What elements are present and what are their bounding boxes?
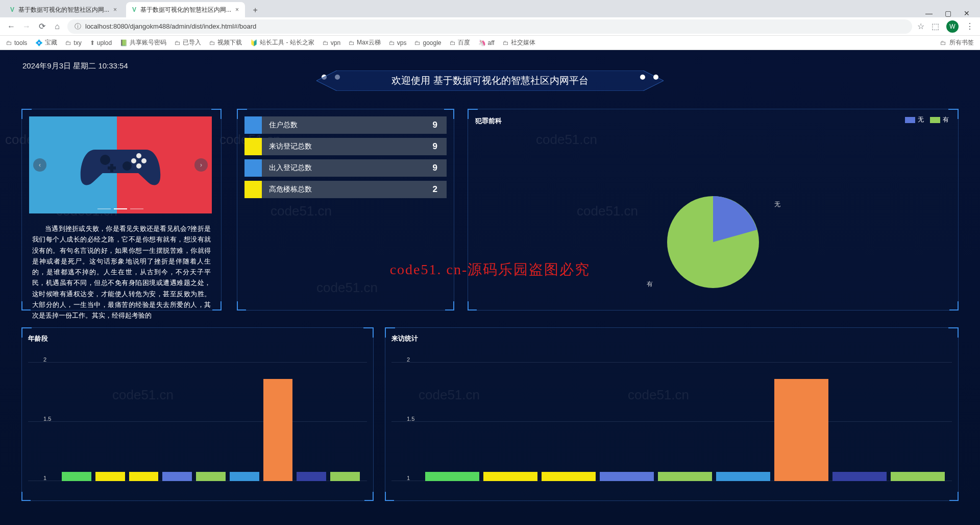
bar <box>196 472 226 481</box>
folder-icon: 🗀 <box>209 39 215 46</box>
browser-window: V 基于数据可视化的智慧社区内网... × V 基于数据可视化的智慧社区内网..… <box>0 0 980 525</box>
folder-icon: 💠 <box>35 39 43 46</box>
bar <box>774 379 828 481</box>
vue-icon: V <box>10 6 14 13</box>
pie-label-no: 无 <box>774 200 780 209</box>
folder-icon: 🗀 <box>6 39 12 46</box>
bar <box>716 472 770 481</box>
tab-title: 基于数据可视化的智慧社区内网... <box>18 6 109 14</box>
folder-icon: 🔰 <box>250 39 258 46</box>
ribbon-dots-right <box>640 75 658 80</box>
svg-rect-8 <box>108 166 116 170</box>
panel-carousel: ‹ › 当遇到挫折或失败，你是看见失败还是看见 <box>21 109 222 311</box>
stat-value: 2 <box>433 184 447 195</box>
bookmark-item[interactable]: 🗀Max云梯 <box>349 38 381 47</box>
address-bar: ← → ⟳ ⌂ ⓘ localhost:8080/djangokm488/adm… <box>0 17 980 36</box>
bookmark-item[interactable]: 💠宝藏 <box>35 38 57 47</box>
panel-bar-age: 年龄段 21.51 <box>21 327 374 501</box>
bookmark-item[interactable]: ⬆uplod <box>90 39 112 46</box>
new-tab-button[interactable]: + <box>248 3 262 17</box>
pie-legend: 无 有 <box>905 115 949 124</box>
bookmark-item[interactable]: 🗀vps <box>389 39 407 46</box>
stat-color-swatch <box>244 138 262 155</box>
stat-row: 来访登记总数 9 <box>244 138 447 155</box>
dashboard: code51.cn code51.cn code51.cn code51.cn … <box>0 50 980 525</box>
folder-icon: 🗀 <box>323 39 329 46</box>
stat-row: 出入登记总数 9 <box>244 159 447 177</box>
folder-icon: 🗀 <box>414 39 421 46</box>
maximize-icon[interactable]: ▢ <box>945 9 951 17</box>
window-controls: — ▢ ✕ <box>925 9 976 17</box>
vue-icon: V <box>132 6 136 13</box>
bookmark-item[interactable]: 🗀百度 <box>450 38 470 47</box>
pie-label-yes: 有 <box>647 280 653 289</box>
minimize-icon[interactable]: — <box>925 9 933 17</box>
panel-bar-visit: 来访统计 21.51 <box>385 327 959 501</box>
svg-point-2 <box>122 161 132 171</box>
bar <box>542 472 596 481</box>
tab-2-active[interactable]: V 基于数据可视化的智慧社区内网... × <box>126 2 245 17</box>
bar <box>483 472 537 481</box>
stat-row: 高危楼栋总数 2 <box>244 181 447 198</box>
carousel-next-icon[interactable]: › <box>194 158 208 172</box>
folder-icon: 🗀 <box>65 39 71 46</box>
panel-pie: 犯罪前科 无 有 无 有 <box>468 109 959 311</box>
menu-icon[interactable]: ⋮ <box>966 21 974 31</box>
bar <box>263 379 293 481</box>
article-text: 当遇到挫折或失败，你是看见失败还是看见机会?挫折是我们每个人成长的必经之路，它不… <box>29 224 214 321</box>
stat-label: 住户总数 <box>262 121 433 130</box>
stat-value: 9 <box>433 163 447 173</box>
url-text: localhost:8080/djangokm488/admin/dist/in… <box>85 22 256 30</box>
stat-color-swatch <box>244 116 262 134</box>
stat-label: 来访登记总数 <box>262 142 433 151</box>
close-icon[interactable]: × <box>113 6 117 13</box>
profile-avatar[interactable]: W <box>946 20 959 33</box>
bookmark-item[interactable]: 🗀txy <box>65 39 81 46</box>
svg-point-5 <box>131 158 136 163</box>
folder-icon: 🗀 <box>349 39 355 46</box>
bookmark-item[interactable]: 🗀视频下载 <box>209 38 242 47</box>
star-icon[interactable]: ☆ <box>917 21 924 31</box>
url-input[interactable]: ⓘ localhost:8080/djangokm488/admin/dist/… <box>67 19 912 34</box>
carousel-indicators[interactable] <box>97 208 143 209</box>
forward-icon[interactable]: → <box>21 22 32 31</box>
folder-icon: ⬆ <box>90 39 95 46</box>
tab-bar: V 基于数据可视化的智慧社区内网... × V 基于数据可视化的智慧社区内网..… <box>0 0 980 17</box>
bar <box>129 472 159 481</box>
back-icon[interactable]: ← <box>6 22 16 31</box>
bookmark-item[interactable]: 🗀google <box>414 39 441 46</box>
carousel-prev-icon[interactable]: ‹ <box>33 158 46 172</box>
svg-point-1 <box>100 155 110 165</box>
bookmark-item[interactable]: 🗀已导入 <box>175 38 201 47</box>
panel-stats: 住户总数 9 来访登记总数 9 出入登记总数 9 高危楼栋总数 2 <box>237 109 454 311</box>
stat-color-swatch <box>244 159 262 177</box>
home-icon[interactable]: ⌂ <box>52 22 62 31</box>
bar <box>891 472 945 481</box>
all-bookmarks[interactable]: 🗀 所有书签 <box>940 38 974 47</box>
controller-image <box>75 134 166 196</box>
tab-1[interactable]: V 基于数据可视化的智慧社区内网... × <box>4 2 123 17</box>
carousel[interactable]: ‹ › <box>29 116 212 213</box>
extension-icon[interactable]: ⬚ <box>932 21 939 31</box>
folder-icon: 🗀 <box>389 39 395 46</box>
svg-point-6 <box>136 163 141 169</box>
bookmark-item[interactable]: 🦄aff <box>478 39 495 46</box>
svg-point-3 <box>136 153 141 158</box>
close-window-icon[interactable]: ✕ <box>964 9 970 17</box>
site-info-icon[interactable]: ⓘ <box>75 22 81 31</box>
reload-icon[interactable]: ⟳ <box>37 21 47 31</box>
folder-icon: 🗀 <box>175 39 181 46</box>
bookmark-item[interactable]: 🔰站长工具 - 站长之家 <box>250 38 314 47</box>
bar <box>600 472 654 481</box>
bar <box>162 472 192 481</box>
bar <box>230 472 259 481</box>
bookmark-item[interactable]: 🗀tools <box>6 39 27 46</box>
stat-value: 9 <box>433 141 447 152</box>
bar <box>425 472 479 481</box>
folder-icon: 🗀 <box>940 39 946 46</box>
bar <box>62 472 91 481</box>
close-icon[interactable]: × <box>235 6 239 13</box>
bookmark-item[interactable]: 🗀vpn <box>323 39 340 46</box>
bookmark-item[interactable]: 🗀社交媒体 <box>503 38 535 47</box>
bookmark-item[interactable]: 📗共享账号密码 <box>120 38 166 47</box>
